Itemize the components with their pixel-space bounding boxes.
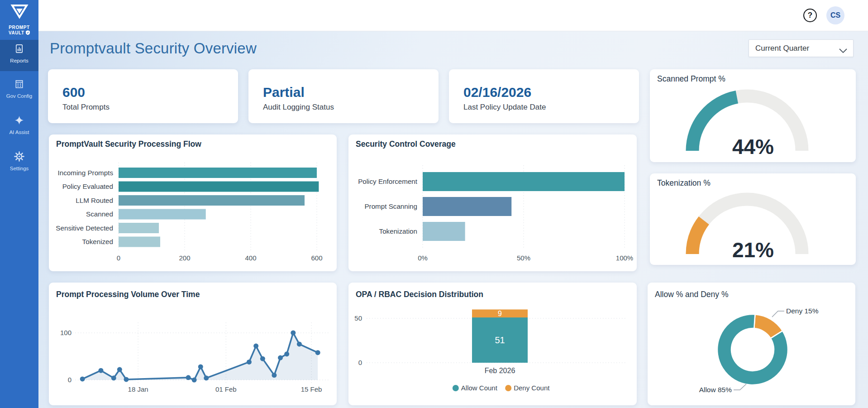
control-coverage-chart: 0%50%100%Policy EnforcementPrompt Scanni… [348, 134, 637, 271]
svg-text:15 Feb: 15 Feb [301, 385, 322, 393]
svg-text:Sensitive Detected: Sensitive Detected [56, 224, 113, 232]
tokenization-gauge-card: Tokenization % 21% [650, 173, 856, 265]
svg-text:Incoming Prompts: Incoming Prompts [58, 169, 114, 177]
volume-over-time-card: Prompt Processing Volume Over Time 18 Ja… [49, 283, 337, 405]
dropdown-selected-value: Current Quarter [755, 44, 809, 53]
kpi-card-audit-logging: Partial Audit Logging Status [248, 69, 439, 123]
control-coverage-card: Security Control Coverage 0%50%100%Polic… [348, 134, 637, 271]
svg-text:Deny Count: Deny Count [514, 384, 550, 392]
svg-text:Policy Enforcement: Policy Enforcement [358, 178, 418, 185]
chart-title: Security Control Coverage [356, 139, 456, 149]
svg-text:0%: 0% [418, 254, 428, 262]
scanned-prompt-gauge-card: Scanned Prompt % 44% [650, 69, 856, 162]
svg-text:0: 0 [68, 376, 72, 384]
chart-title: Prompt Processing Volume Over Time [56, 290, 200, 299]
svg-text:Deny 15%: Deny 15% [786, 307, 819, 315]
kpi-card-total-prompts: 600 Total Prompts [48, 69, 238, 123]
sidebar-item-label: Gov Config [0, 93, 38, 99]
chart-title: Allow % and Deny % [655, 290, 728, 299]
svg-text:100%: 100% [616, 254, 633, 262]
kpi-value: 02/16/2026 [463, 85, 531, 100]
svg-text:Tokenization: Tokenization [379, 227, 417, 235]
processing-flow-card: PromptVault Security Processing Flow 020… [49, 134, 337, 271]
sidebar-item-reports[interactable]: Reports [0, 40, 38, 71]
sidebar-item-label: AI Assist [0, 130, 38, 135]
chevron-down-icon [839, 47, 847, 55]
top-header: ? CS [38, 0, 868, 31]
svg-text:21%: 21% [732, 238, 774, 262]
svg-text:Allow 85%: Allow 85% [699, 386, 732, 394]
svg-text:Scanned: Scanned [86, 210, 113, 218]
chart-title: OPA / RBAC Decision Distribution [356, 290, 483, 299]
svg-text:44%: 44% [732, 135, 774, 158]
user-avatar[interactable]: CS [826, 6, 844, 24]
svg-text:0: 0 [358, 359, 362, 366]
chart-title: Tokenization % [657, 178, 711, 188]
chart-title: PromptVault Security Processing Flow [56, 139, 201, 149]
svg-text:50%: 50% [517, 254, 530, 262]
sidebar-item-settings[interactable]: Settings [0, 148, 38, 178]
svg-text:200: 200 [179, 254, 190, 262]
shield-check-icon [26, 30, 30, 35]
kpi-label: Last Policy Update Date [463, 103, 546, 112]
sidebar-item-label: Reports [0, 58, 38, 63]
sidebar-item-label: Settings [0, 166, 38, 171]
svg-text:Feb 2026: Feb 2026 [485, 367, 515, 374]
svg-text:100: 100 [60, 329, 72, 336]
building-icon [14, 83, 24, 91]
allow-deny-donut-chart: Deny 15%Allow 85% [648, 283, 855, 405]
sparkle-icon [14, 119, 24, 127]
gear-icon [14, 155, 24, 163]
opa-rbac-card: OPA / RBAC Decision Distribution 050519F… [348, 283, 637, 405]
opa-rbac-chart: 050519Feb 2026Allow CountDeny Count [348, 283, 637, 405]
svg-text:51: 51 [495, 335, 505, 345]
volume-over-time-chart: 18 Jan01 Feb15 Feb1000 [49, 283, 337, 405]
kpi-label: Total Prompts [62, 103, 110, 112]
svg-text:Policy Evaluated: Policy Evaluated [62, 182, 113, 190]
kpi-label: Audit Logging Status [263, 103, 334, 112]
svg-text:Allow Count: Allow Count [461, 384, 498, 392]
svg-text:Tokenized: Tokenized [82, 238, 113, 245]
page-title: Promptvault Security Overview [50, 40, 257, 57]
svg-text:400: 400 [245, 254, 256, 262]
svg-text:50: 50 [354, 314, 362, 322]
report-chart-icon [14, 48, 24, 55]
logo-text: PROMPT VAULT [0, 25, 38, 36]
kpi-card-last-policy-update: 02/16/2026 Last Policy Update Date [449, 69, 639, 123]
processing-flow-chart: 0200400600Incoming PromptsPolicy Evaluat… [49, 134, 337, 271]
sidebar-item-gov-config[interactable]: Gov Config [0, 75, 38, 105]
app-logo[interactable]: PROMPT VAULT [0, 0, 38, 36]
sidebar: PROMPT VAULT Reports [0, 0, 38, 408]
svg-text:0: 0 [117, 254, 120, 262]
svg-text:LLM Routed: LLM Routed [76, 197, 113, 204]
avatar-initials: CS [830, 11, 840, 19]
quarter-filter-dropdown[interactable]: Current Quarter [749, 39, 854, 57]
svg-text:9: 9 [498, 310, 502, 317]
svg-text:600: 600 [311, 254, 322, 262]
svg-text:Prompt Scanning: Prompt Scanning [364, 202, 417, 210]
svg-text:18 Jan: 18 Jan [128, 385, 148, 393]
help-glyph: ? [808, 11, 812, 19]
kpi-value: Partial [263, 85, 305, 100]
help-icon[interactable]: ? [803, 9, 817, 22]
kpi-value: 600 [62, 85, 85, 100]
sidebar-item-ai-assist[interactable]: AI Assist [0, 111, 38, 141]
promptvault-logo-icon [9, 16, 30, 24]
chart-title: Scanned Prompt % [657, 74, 725, 84]
svg-text:01 Feb: 01 Feb [215, 385, 237, 393]
allow-deny-donut-card: Allow % and Deny % Deny 15%Allow 85% [648, 283, 855, 405]
